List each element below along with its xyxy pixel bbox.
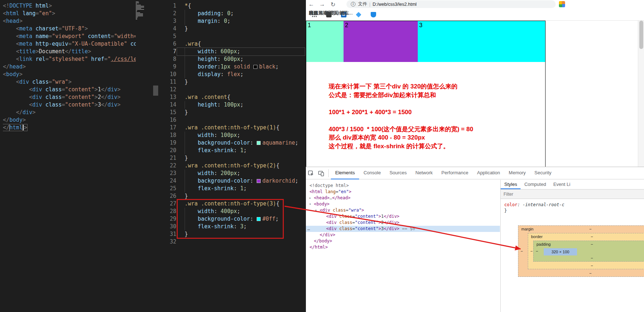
collapsed-arrow-icon[interactable]: ▸ [309,195,314,201]
box-model-padding[interactable]: padding − − − 320 × 100 [533,241,644,262]
code-line[interactable]: width: 400px; [185,208,298,215]
tab-network[interactable]: Network [411,167,437,179]
styles-filter-input[interactable] [504,192,627,197]
scrollbar-thumb[interactable] [153,86,158,96]
code-line[interactable]: <div class="content">3</div> [3,101,136,109]
color-swatch[interactable] [257,217,261,221]
code-line[interactable]: background-color: darkorchid; [185,177,298,185]
device-toolbar-icon[interactable] [316,167,326,179]
tab-event-li[interactable]: Event Li [550,180,574,189]
code-line[interactable]: <!DOCTYPE html> [3,2,136,10]
code-line[interactable]: flex-shrink: 1; [185,147,298,154]
code-line[interactable]: <link rel="stylesheet" href="./css/les2.… [3,55,136,63]
margin-left-value[interactable]: − [521,249,523,253]
tab-computed[interactable]: Computed [521,180,550,189]
code-line[interactable]: <div class="wra"> [3,78,136,86]
padding-bottom-value[interactable]: − [591,256,593,260]
dom-node[interactable]: </html> [306,244,500,250]
html-editor-pane[interactable]: <!DOCTYPE html><html lang="en"><head> <m… [0,0,159,312]
dom-node[interactable]: ▸<head>…</head> [306,195,500,201]
code-line[interactable]: .wra .content:nth-of-type(2){ [185,162,298,170]
forward-icon[interactable]: → [317,1,328,8]
code-line[interactable]: <html lang="en"> [3,10,136,17]
code-line[interactable]: } [185,230,298,238]
code-line[interactable]: <head> [3,17,136,25]
padding-top-value[interactable]: − [591,242,593,246]
code-line[interactable]: <div class="content">2</div> [3,93,136,101]
box-model-content[interactable]: 320 × 100 [544,248,577,255]
code-line[interactable]: <body> [3,71,136,78]
more-actions-icon[interactable]: … [307,226,310,232]
dom-node[interactable]: </body> [306,238,500,244]
code-line[interactable]: } [185,25,298,33]
code-line[interactable]: <meta name="viewport" content="width=dev… [3,33,136,40]
code-line[interactable]: .wra .content:nth-of-type(1){ [185,124,298,132]
code-line[interactable]: flex-shrink: 1; [185,185,298,192]
code-line[interactable]: height: 100px; [185,101,298,109]
back-icon[interactable]: ← [306,1,317,8]
code-line[interactable]: } [185,192,298,200]
reload-icon[interactable]: ↻ [328,1,338,8]
code-line[interactable]: <div class="content">1</div> [3,86,136,93]
box-model-border[interactable]: border − − − padding − − − 320 × 100 [528,233,644,269]
expanded-arrow-icon[interactable]: ▾ [315,207,320,213]
dom-node[interactable]: <html lang="en"> [306,189,500,195]
minimap[interactable] [136,1,144,20]
tab-console[interactable]: Console [359,167,385,179]
code-line[interactable]: .wra .content:nth-of-type(3){ [185,200,298,208]
color-swatch[interactable] [257,179,261,183]
dom-node[interactable]: …<div class="content">3</div> == $0 [306,226,500,232]
elements-dom-tree[interactable]: <!doctype html><html lang="en">▸<head>…<… [306,180,500,312]
border-left-value[interactable]: − [530,249,533,253]
style-declaration[interactable]: color: -internal-root-c [504,202,640,208]
color-swatch[interactable] [257,141,261,145]
code-line[interactable]: height: 600px; [185,55,298,63]
bookmark-item[interactable]: 腾讯课堂_专业的在... [371,12,376,17]
page-scrollbar-thumb[interactable] [639,21,643,49]
code-line[interactable]: width: 200px; [185,170,298,177]
expanded-arrow-icon[interactable]: ▾ [309,201,314,207]
code-line[interactable] [185,33,298,40]
code-line[interactable]: <title>Document</title> [3,48,136,55]
code-line[interactable]: display: flex; [185,71,298,78]
box-model-margin[interactable]: margin − − − border − − − padding − − − … [518,225,644,277]
code-line[interactable]: <meta http-equiv="X-UA-Compatible" conte… [3,40,136,48]
dom-node[interactable]: </div> [306,232,500,238]
html-code[interactable]: <!DOCTYPE html><html lang="en"><head> <m… [3,2,136,132]
border-top-value[interactable]: − [591,234,593,239]
code-line[interactable] [185,116,298,124]
info-icon[interactable]: i [351,2,355,7]
style-rule[interactable]: color: -internal-root-c } [501,199,644,216]
code-line[interactable]: <meta charset="UTF-8"> [3,25,136,33]
code-line[interactable] [185,238,298,246]
code-line[interactable] [185,86,298,93]
tab-sources[interactable]: Sources [385,167,411,179]
dom-node[interactable]: <div class="content">2</div> [306,220,500,226]
tab-elements[interactable]: Elements [331,167,359,179]
color-swatch[interactable] [253,65,257,69]
code-line[interactable]: margin: 0; [185,17,298,25]
code-line[interactable]: } [185,109,298,116]
padding-left-value[interactable]: − [536,249,538,253]
code-line[interactable]: } [185,154,298,162]
code-line[interactable]: </div> [3,109,136,116]
css-editor-pane[interactable]: 1234567891011121314151617181920212223242… [159,0,306,312]
margin-top-value[interactable]: − [589,227,592,231]
extension-icon[interactable] [559,1,565,7]
code-line[interactable]: </body> [3,116,136,124]
code-line[interactable]: background-color: #0ff; [185,215,298,223]
code-line[interactable]: background-color: aquamarine; [185,139,298,147]
dom-node[interactable]: <!doctype html> [306,183,500,189]
code-line[interactable]: width: 600px; [185,48,298,55]
tab-styles[interactable]: Styles [501,180,521,189]
page-scrollbar[interactable] [638,21,644,167]
code-line[interactable]: .wra{ [185,40,298,48]
code-line[interactable]: border:1px solid black; [185,63,298,71]
code-line[interactable]: } [185,78,298,86]
code-line[interactable]: width: 100px; [185,132,298,139]
code-line[interactable]: </head> [3,63,136,71]
code-line[interactable]: padding: 0; [185,10,298,17]
tab-memory[interactable]: Memory [504,167,530,179]
code-line[interactable]: *{ [185,2,298,10]
tab-security[interactable]: Security [530,167,556,179]
